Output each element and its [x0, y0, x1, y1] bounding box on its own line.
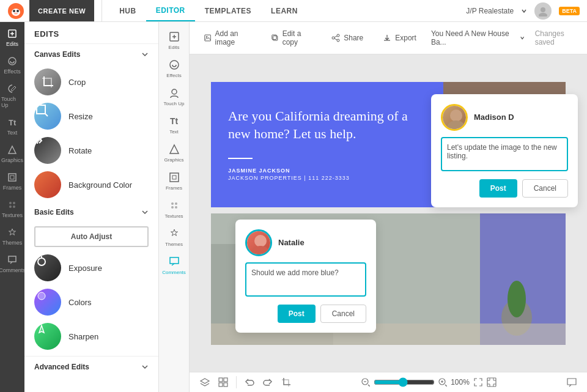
svg-point-5: [541, 7, 545, 12]
export-button[interactable]: Export: [378, 31, 421, 45]
post-button-top[interactable]: Post: [479, 179, 517, 198]
mid-tool-effects-label: Effects: [166, 73, 181, 78]
post-button-bottom[interactable]: Post: [278, 305, 316, 323]
comment-bubble-bottom: Natalie Post Cancel: [235, 220, 376, 333]
mid-tool-graphics[interactable]: Graphics: [160, 139, 188, 166]
mid-tool-text[interactable]: Tt Text: [160, 111, 188, 138]
edit-copy-button[interactable]: Edit a copy: [267, 27, 317, 49]
comment-avatar-bottom: [245, 229, 272, 256]
canvas-edits-section[interactable]: Canvas Edits: [24, 44, 158, 65]
zoom-control: 100%: [361, 377, 497, 387]
sidebar-item-themes[interactable]: Themes: [0, 223, 24, 250]
grid-icon[interactable]: [218, 377, 229, 388]
nav-templates[interactable]: TEMPLATES: [195, 0, 261, 21]
nav-links: HUB EDITOR TEMPLATES LEARN: [109, 0, 308, 21]
canvas-toolbar: Add an image Edit a copy Share Export Yo…: [190, 22, 587, 54]
mid-tool-effects[interactable]: Effects: [160, 55, 188, 82]
sidebar-item-comments-label: Comments: [0, 267, 26, 273]
cancel-button-bottom[interactable]: Cancel: [320, 305, 366, 323]
mid-tool-edits[interactable]: Edits: [160, 27, 188, 54]
add-image-button[interactable]: Add an image: [199, 27, 257, 49]
background-color-item[interactable]: Background Color: [24, 168, 158, 202]
sidebar-item-touchup[interactable]: Touch Up: [0, 80, 24, 112]
layers-icon[interactable]: [199, 377, 210, 388]
basic-edits-section[interactable]: Basic Edits: [24, 202, 158, 223]
colors-thumb: [34, 289, 61, 316]
zoom-out-icon[interactable]: [361, 378, 370, 386]
svg-rect-13: [9, 174, 16, 181]
comment-avatar-top: [441, 104, 468, 131]
svg-rect-19: [37, 105, 45, 114]
rotate-thumb: [34, 137, 61, 164]
redo-icon[interactable]: [262, 377, 273, 388]
svg-point-16: [13, 202, 15, 204]
logo-area: CREATE NEW: [0, 0, 102, 21]
sidebar-item-effects[interactable]: Effects: [0, 52, 24, 78]
comment-username-top: Madison D: [474, 113, 514, 122]
add-image-label: Add an image: [215, 29, 252, 46]
share-button[interactable]: Share: [327, 31, 368, 45]
svg-point-1: [12, 9, 20, 16]
edit-copy-icon: [271, 34, 278, 42]
exposure-item[interactable]: Exposure: [24, 251, 158, 285]
nav-editor[interactable]: EDITOR: [146, 0, 195, 21]
sharpen-label: Sharpen: [68, 332, 98, 341]
comment-avatar-inner-bottom: [247, 231, 270, 254]
fullscreen-icon[interactable]: [487, 377, 497, 387]
panel-title: EDITS: [24, 22, 158, 44]
chevron-down-icon: [521, 8, 527, 14]
canvas-wrapper: Are you California dreaming of a new hom…: [211, 82, 566, 345]
mid-tool-touchup-label: Touch Up: [164, 101, 185, 106]
svg-rect-31: [170, 173, 179, 182]
create-new-button[interactable]: CREATE NEW: [29, 0, 94, 21]
zoom-in-icon[interactable]: [438, 378, 447, 386]
svg-point-6: [539, 13, 547, 17]
sidebar-item-textures[interactable]: Textures: [0, 196, 24, 222]
mid-tool-comments[interactable]: Comments: [160, 252, 188, 279]
account-name[interactable]: J/P Realestate: [466, 7, 514, 15]
mid-tool-comments-label: Comments: [162, 270, 186, 275]
sidebar-item-edits[interactable]: Edits: [0, 24, 24, 51]
resize-item[interactable]: Resize: [24, 99, 158, 133]
mid-tool-textures-label: Textures: [164, 213, 183, 219]
sidebar-item-frames[interactable]: Frames: [0, 168, 24, 194]
undo-icon[interactable]: [244, 377, 255, 388]
share-label: Share: [344, 34, 363, 42]
mid-tool-textures[interactable]: Textures: [160, 196, 188, 223]
sidebar-item-graphics[interactable]: Graphics: [0, 141, 24, 167]
rotate-item[interactable]: Rotate: [24, 133, 158, 168]
nav-hub[interactable]: HUB: [109, 0, 146, 21]
sidebar-item-text[interactable]: Tt Text: [0, 113, 24, 139]
file-name[interactable]: You Need A New House Ba...: [431, 29, 510, 46]
colors-item[interactable]: Colors: [24, 285, 158, 319]
chevron-down-icon: [141, 51, 149, 58]
fit-screen-icon[interactable]: [473, 377, 483, 387]
nav-right: J/P Realestate BETA: [466, 2, 587, 20]
crop-item[interactable]: Crop: [24, 65, 158, 99]
svg-line-79: [445, 385, 447, 386]
crop-bottom-icon[interactable]: [281, 377, 292, 388]
app-body: Edits Effects Touch Up Tt Text Graphics …: [0, 22, 587, 392]
svg-rect-32: [172, 176, 176, 179]
sharpen-item[interactable]: Sharpen: [24, 319, 158, 353]
svg-point-15: [9, 202, 12, 204]
advanced-edits-section[interactable]: Advanced Edits: [24, 356, 158, 377]
sidebar-item-comments[interactable]: Comments: [0, 251, 24, 277]
avatar[interactable]: [534, 2, 552, 20]
mid-tool-touchup[interactable]: Touch Up: [160, 83, 188, 110]
auto-adjust-button[interactable]: Auto Adjust: [34, 226, 149, 247]
picmonkey-logo: [7, 2, 24, 20]
comment-textarea-bottom[interactable]: [245, 262, 366, 297]
zoom-slider[interactable]: [374, 377, 435, 387]
comments-bottom-icon[interactable]: [566, 377, 577, 388]
mid-tool-frames[interactable]: Frames: [160, 168, 188, 194]
left-panel: EDITS Canvas Edits Crop Resize Rotate Ba: [24, 22, 159, 392]
changes-saved: Changes saved: [535, 29, 577, 46]
comment-textarea-top[interactable]: [441, 137, 568, 171]
mid-tool-frames-label: Frames: [166, 185, 182, 191]
mid-tool-themes[interactable]: Themes: [160, 224, 188, 251]
cancel-button-top[interactable]: Cancel: [522, 179, 568, 198]
zoom-percentage: 100%: [451, 378, 470, 386]
nav-learn[interactable]: LEARN: [261, 0, 308, 21]
comment-actions-top: Post Cancel: [441, 179, 568, 198]
